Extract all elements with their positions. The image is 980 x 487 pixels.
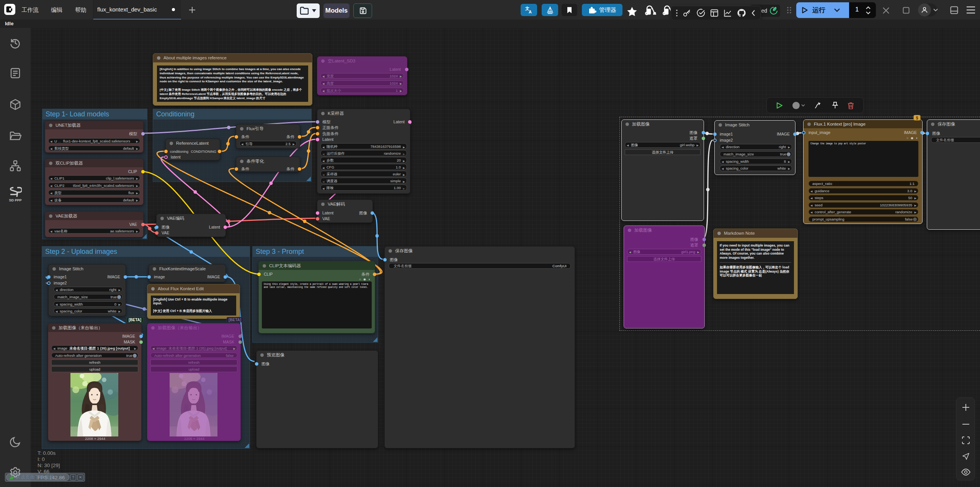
svg-text:A: A: [529, 10, 532, 14]
